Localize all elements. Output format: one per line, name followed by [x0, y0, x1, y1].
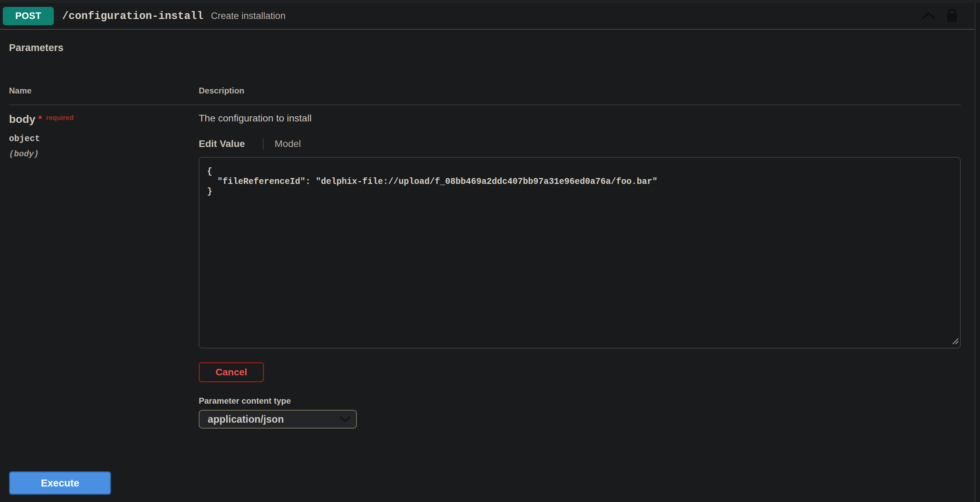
parameter-description-cell: The configuration to install Edit Value … — [199, 113, 961, 429]
collapse-operation-button[interactable] — [922, 12, 935, 21]
required-label: required — [46, 114, 73, 121]
parameter-name: body — [9, 113, 35, 125]
tab-edit-value[interactable]: Edit Value — [199, 138, 245, 149]
chevron-up-icon — [922, 12, 935, 21]
body-editor-wrap: { "fileReferenceId": "delphix-file://upl… — [199, 157, 961, 348]
parameter-description: The configuration to install — [199, 113, 961, 124]
execute-button[interactable]: Execute — [9, 471, 111, 495]
parameters-section-title: Parameters — [9, 42, 961, 54]
content-type-select-wrap: application/json — [199, 410, 357, 429]
parameter-name-cell: body*required object (body) — [9, 113, 199, 429]
column-header-name: Name — [9, 86, 199, 95]
opblock-right-border — [975, 3, 980, 502]
content-type-select[interactable]: application/json — [199, 410, 357, 429]
operation-body: Parameters Name Description body*require… — [0, 42, 980, 429]
operation-summary: Create installation — [211, 11, 285, 21]
body-editor-tabs: Edit Value Model — [199, 138, 961, 149]
tab-separator — [263, 138, 264, 149]
parameter-type: object — [9, 134, 199, 144]
body-value-editor[interactable]: { "fileReferenceId": "delphix-file://upl… — [199, 157, 961, 348]
cancel-button[interactable]: Cancel — [199, 362, 264, 382]
parameter-location: (body) — [9, 149, 199, 159]
lock-icon — [947, 9, 957, 24]
parameter-content-type-label: Parameter content type — [199, 396, 961, 406]
operation-path: /configuration-install — [62, 10, 203, 22]
tab-model[interactable]: Model — [275, 138, 301, 149]
required-asterisk: * — [38, 113, 42, 124]
swagger-operation-block: POST /configuration-install Create insta… — [0, 0, 980, 502]
operation-header[interactable]: POST /configuration-install Create insta… — [0, 3, 980, 30]
column-header-description: Description — [199, 86, 961, 95]
table-row: body*required object (body) The configur… — [9, 113, 961, 429]
header-icons — [922, 9, 957, 24]
parameters-table-header: Name Description — [9, 86, 961, 95]
table-header-divider — [9, 105, 961, 105]
authorize-button[interactable] — [947, 9, 957, 24]
top-divider-strip — [0, 0, 980, 3]
resize-handle-icon[interactable] — [951, 337, 959, 346]
http-method-badge: POST — [3, 7, 54, 25]
